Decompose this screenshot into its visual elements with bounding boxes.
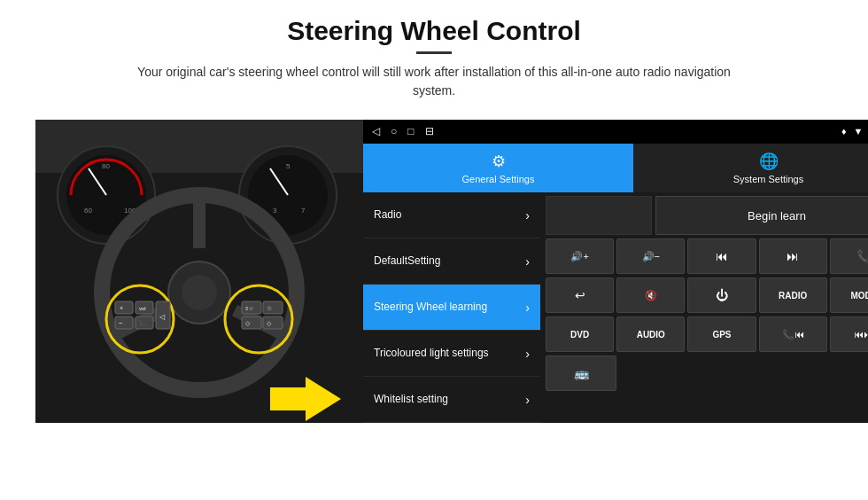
- page-title: Steering Wheel Control: [124, 16, 744, 46]
- chevron-icon: ›: [525, 347, 530, 361]
- prev-track-button[interactable]: ⏮: [687, 238, 756, 274]
- chevron-icon: ›: [525, 208, 530, 223]
- android-panel: ◁ ○ □ ⊟ ♦ ▼ 13:13 ⚙ General Settings: [363, 120, 868, 423]
- skip-combo-icon: ⏮⏭: [854, 329, 868, 340]
- menu-item-steering[interactable]: Steering Wheel learning ›: [363, 285, 540, 331]
- controls-row2: 🔊+ 🔊− ⏮ ⏭ 📞: [546, 238, 868, 274]
- dvd-label: DVD: [570, 330, 589, 340]
- menu-default-label: DefaultSetting: [374, 254, 440, 269]
- tab-bar: ⚙ General Settings 🌐 System Settings: [363, 144, 868, 192]
- menu-item-tricoloured[interactable]: Tricoloured light settings ›: [363, 331, 540, 377]
- chevron-icon: ›: [525, 393, 530, 407]
- menu-icon[interactable]: ⊟: [425, 125, 434, 137]
- controls-row5: 🚌: [546, 355, 868, 391]
- prev-icon: ⏮: [716, 249, 728, 263]
- mute-icon: 🔇: [645, 290, 657, 301]
- power-icon: ⏻: [716, 288, 728, 302]
- audio-label: AUDIO: [637, 330, 665, 340]
- call-prev-icon: 📞⏮: [782, 329, 804, 340]
- mode-button[interactable]: MODE: [830, 277, 868, 313]
- menu-whitelist-label: Whitelist setting: [374, 393, 448, 407]
- svg-text:3: 3: [273, 207, 277, 215]
- svg-text:vol: vol: [139, 306, 146, 311]
- signal-icon: ♦: [841, 126, 847, 137]
- status-right: ♦ ▼ 13:13: [841, 126, 868, 137]
- tab-general-label: General Settings: [462, 174, 535, 184]
- blank-display: [546, 196, 652, 235]
- svg-text:7: 7: [301, 207, 306, 215]
- dvd-button[interactable]: DVD: [546, 316, 614, 352]
- svg-text:5: 5: [286, 162, 291, 170]
- system-settings-icon: 🌐: [759, 152, 779, 171]
- controls-row3: ↩ 🔇 ⏻ RADIO MODE: [546, 277, 868, 313]
- menu-item-radio[interactable]: Radio ›: [363, 192, 540, 238]
- home-icon[interactable]: ○: [391, 125, 397, 137]
- status-bar: ◁ ○ □ ⊟ ♦ ▼ 13:13: [363, 120, 868, 144]
- general-settings-icon: ⚙: [492, 152, 506, 171]
- svg-text:◁: ◁: [159, 313, 166, 321]
- wifi-icon: ▼: [854, 126, 864, 137]
- chevron-icon: ›: [525, 301, 530, 315]
- gps-label: GPS: [712, 330, 731, 340]
- next-icon: ⏭: [787, 249, 799, 263]
- begin-learn-button[interactable]: Begin learn: [655, 196, 868, 235]
- svg-text:+: +: [120, 305, 123, 311]
- svg-rect-23: [115, 316, 133, 329]
- svg-text:80: 80: [102, 162, 110, 170]
- page-container: Steering Wheel Control Your original car…: [0, 0, 868, 500]
- skip-combo-button[interactable]: ⏮⏭: [830, 316, 868, 352]
- controls-row4: DVD AUDIO GPS 📞⏮ ⏮⏭: [546, 316, 868, 352]
- next-track-button[interactable]: ⏭: [759, 238, 827, 274]
- tab-system[interactable]: 🌐 System Settings: [633, 144, 868, 192]
- left-menu: Radio › DefaultSetting › Steering Wheel …: [363, 192, 540, 423]
- call-button[interactable]: 📞: [830, 238, 868, 274]
- svg-text:≡☆: ≡☆: [245, 306, 253, 311]
- mute-button[interactable]: 🔇: [616, 277, 685, 313]
- chevron-icon: ›: [525, 254, 530, 269]
- end-call-button[interactable]: ↩: [546, 277, 614, 313]
- mode-label: MODE: [850, 291, 868, 301]
- content-row: 60 80 100 3 5 7: [35, 120, 833, 423]
- menu-steering-label: Steering Wheel learning: [374, 301, 487, 315]
- back-icon[interactable]: ◁: [372, 125, 380, 137]
- bus-button[interactable]: 🚌: [546, 355, 616, 391]
- svg-rect-41: [270, 387, 307, 410]
- steering-wheel-image: 60 80 100 3 5 7: [35, 120, 363, 423]
- audio-button[interactable]: AUDIO: [616, 316, 685, 352]
- gps-button[interactable]: GPS: [687, 316, 756, 352]
- tab-system-label: System Settings: [733, 174, 803, 184]
- title-divider: [416, 51, 452, 54]
- power-button[interactable]: ⏻: [687, 277, 756, 313]
- page-subtitle: Your original car's steering wheel contr…: [124, 63, 744, 100]
- end-call-icon: ↩: [575, 288, 585, 302]
- right-controls-panel: Begin learn 🔊+ 🔊− ⏮: [540, 192, 868, 423]
- vol-up-icon: 🔊+: [570, 251, 588, 262]
- svg-text:📞: 📞: [138, 319, 146, 327]
- call-prev-button[interactable]: 📞⏮: [759, 316, 827, 352]
- svg-text:−: −: [119, 319, 123, 327]
- svg-point-19: [182, 275, 217, 310]
- tab-general[interactable]: ⚙ General Settings: [363, 144, 633, 192]
- menu-item-whitelist[interactable]: Whitelist setting ›: [363, 377, 540, 423]
- menu-radio-label: Radio: [374, 208, 401, 223]
- controls-row1: Begin learn: [546, 196, 868, 235]
- menu-item-default[interactable]: DefaultSetting ›: [363, 238, 540, 285]
- svg-text:60: 60: [84, 207, 92, 215]
- vol-down-icon: 🔊−: [642, 251, 660, 262]
- menu-tricoloured-label: Tricoloured light settings: [374, 347, 489, 361]
- vol-up-button[interactable]: 🔊+: [546, 238, 614, 274]
- recents-icon[interactable]: □: [407, 125, 414, 137]
- radio-label: RADIO: [779, 291, 807, 301]
- radio-button[interactable]: RADIO: [759, 277, 827, 313]
- title-section: Steering Wheel Control Your original car…: [124, 16, 744, 113]
- svg-rect-21: [115, 301, 133, 314]
- bus-icon: 🚌: [574, 366, 589, 380]
- main-content: Radio › DefaultSetting › Steering Wheel …: [363, 192, 868, 423]
- nav-icons: ◁ ○ □ ⊟: [372, 125, 434, 137]
- svg-text:☆: ☆: [267, 305, 272, 311]
- vol-down-button[interactable]: 🔊−: [616, 238, 685, 274]
- call-icon: 📞: [856, 249, 868, 263]
